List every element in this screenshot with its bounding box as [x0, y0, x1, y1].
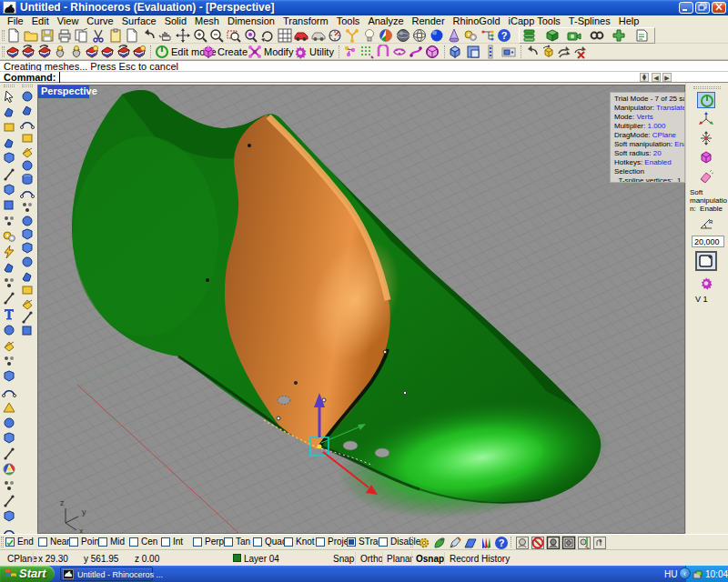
- svg-text:y: y: [82, 507, 86, 517]
- svg-text:R: R: [709, 219, 713, 225]
- svg-text:z: z: [60, 498, 65, 507]
- svg-text:x: x: [79, 527, 84, 533]
- svg-text:?: ?: [499, 537, 505, 548]
- svg-text:?: ?: [501, 30, 508, 41]
